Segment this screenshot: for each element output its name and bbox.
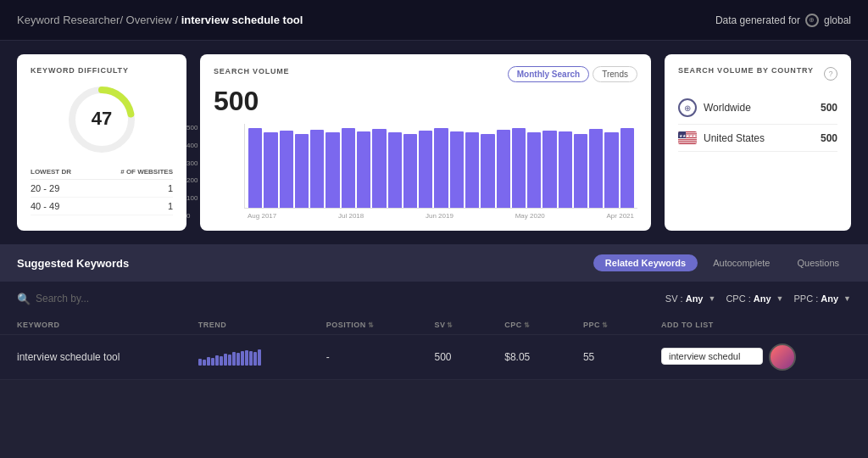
trend-bar [245, 350, 248, 366]
ppc-cell: 55 [566, 335, 644, 380]
chart-y-label: 200 [186, 176, 198, 184]
sort-icon: ⇅ [524, 321, 531, 329]
trend-bar [258, 349, 261, 366]
svg-text:★★★★★★★★★★★★★★★★★★★★★★★★★★★★★★: ★★★★★★★★★★★★★★★★★★★★★★★★★★★★★★★★★★★★★★★★… [679, 133, 698, 138]
monthly-search-tab[interactable]: Monthly Search [508, 66, 589, 82]
country-name: United States [704, 132, 814, 144]
chart-bar [574, 134, 587, 208]
suggested-header: Suggested Keywords Related KeywordsAutoc… [0, 244, 868, 282]
chart-bar [542, 131, 556, 208]
filter-value: Any [686, 293, 704, 304]
help-icon[interactable]: ? [824, 67, 837, 81]
dr-count: 1 [92, 180, 173, 198]
trend-bar [220, 356, 223, 366]
chart-bar [264, 132, 277, 208]
breadcrumb: Keyword Researcher/ Overview / interview… [17, 14, 303, 26]
chart-bar [342, 128, 355, 208]
keyword-tab-related-keywords[interactable]: Related Keywords [593, 254, 698, 271]
chart-bar [295, 134, 309, 208]
breadcrumb-keyword: interview schedule tool [181, 14, 303, 26]
dr-col1: LOWEST DR [31, 165, 92, 180]
col-position[interactable]: POSITION⇅ [309, 316, 418, 335]
filter-cpc[interactable]: CPC : Any▼ [726, 293, 783, 304]
trend-bar [241, 351, 244, 366]
dropdown-arrow-icon: ▼ [843, 294, 851, 303]
breadcrumb-prefix: Keyword Researcher/ Overview / [17, 14, 178, 26]
donut-container: 47 [31, 81, 173, 158]
filter-ppc[interactable]: PPC : Any▼ [794, 293, 852, 304]
chart-bar [589, 129, 603, 208]
chart-y-label: 400 [186, 142, 198, 149]
chart-x-label: Apr 2021 [607, 212, 634, 220]
keyword-tabs: Related KeywordsAutocompleteQuestions [593, 254, 851, 271]
svg-rect-7 [678, 140, 697, 141]
col-add-to-list: ADD TO LIST [644, 316, 868, 335]
chart-bar [497, 130, 510, 208]
svg-rect-8 [678, 142, 697, 143]
search-box: 🔍 Search by... [17, 293, 655, 305]
col-ppc[interactable]: PPC⇅ [566, 316, 644, 335]
col-sv[interactable]: SV⇅ [417, 316, 487, 335]
chart-bar [604, 132, 618, 208]
trend-bar [211, 358, 214, 366]
header: Keyword Researcher/ Overview / interview… [0, 0, 868, 41]
position-cell: - [309, 335, 418, 380]
chart-bar [403, 134, 417, 208]
globe-icon: ⊕ [805, 14, 819, 27]
chart-y-label: 500 [186, 124, 198, 131]
trend-bar [203, 360, 206, 366]
table-row: interview schedule tool - 500 $8.05 55 [0, 335, 868, 380]
chart-bar [310, 130, 324, 208]
sv-value: 500 [214, 86, 637, 117]
trends-tab[interactable]: Trends [593, 66, 637, 82]
chart-y-label: 100 [186, 194, 198, 202]
country-name: Worldwide [704, 102, 814, 114]
dropdown-arrow-icon: ▼ [776, 294, 784, 303]
dr-col2: # OF WEBSITES [92, 165, 173, 180]
keywords-table: KEYWORDTRENDPOSITION⇅SV⇅CPC⇅PPC⇅ADD TO L… [0, 316, 868, 380]
trend-bar [207, 357, 210, 366]
add-to-list-cell [644, 335, 868, 380]
search-placeholder[interactable]: Search by... [36, 293, 89, 304]
keyword-tab-autocomplete[interactable]: Autocomplete [701, 254, 782, 271]
filter-bar: 🔍 Search by... SV : Any▼CPC : Any▼PPC : … [0, 282, 868, 316]
dr-row: 40 - 491 [31, 198, 173, 215]
country-title: SEARCH VOLUME BY COUNTRY [678, 66, 814, 75]
suggested-title: Suggested Keywords [17, 257, 129, 270]
country-volume-card: SEARCH VOLUME BY COUNTRY ? ⊕ Worldwide 5… [665, 54, 851, 231]
chart-bar [372, 129, 386, 208]
add-to-list-input[interactable] [661, 348, 763, 365]
filter-label: CPC : Any [726, 293, 771, 304]
chart-x-label: Aug 2017 [248, 212, 276, 220]
search-volume-card: SEARCH VOLUME Monthly Search Trends 500 … [200, 54, 651, 231]
keyword-cell: interview schedule tool [0, 335, 181, 380]
chart-x-label: Jun 2019 [426, 212, 453, 220]
dr-row: 20 - 291 [31, 180, 173, 198]
chart-x-label: Jul 2018 [338, 212, 364, 220]
trend-bar [249, 351, 253, 366]
sort-icon: ⇅ [602, 321, 609, 329]
col-trend: TREND [181, 316, 309, 335]
filter-sv[interactable]: SV : Any▼ [665, 293, 716, 304]
chart-bar [512, 128, 526, 208]
sort-icon: ⇅ [447, 321, 453, 329]
chart-bar [481, 134, 494, 208]
chart-bar [559, 131, 572, 208]
kd-title: KEYWORD DIFFICULTY [31, 66, 173, 75]
country-sv: 500 [821, 132, 837, 144]
cards-row: KEYWORD DIFFICULTY 47 LOWEST DR # OF WEB… [0, 41, 868, 244]
chart-bar [465, 132, 479, 208]
bar-chart [244, 124, 637, 209]
keyword-tab-questions[interactable]: Questions [785, 254, 851, 271]
chart-y-label: 300 [186, 159, 198, 167]
chart-bar [326, 132, 339, 208]
trend-cell [181, 335, 309, 380]
filter-label: SV : Any [665, 293, 704, 304]
sort-icon: ⇅ [368, 321, 375, 329]
donut-chart: 47 [64, 81, 140, 158]
trend-bar [232, 352, 236, 366]
region-label: global [824, 14, 851, 26]
data-label: Data generated for [715, 14, 800, 26]
trend-bars [198, 349, 292, 366]
col-cpc[interactable]: CPC⇅ [487, 316, 566, 335]
